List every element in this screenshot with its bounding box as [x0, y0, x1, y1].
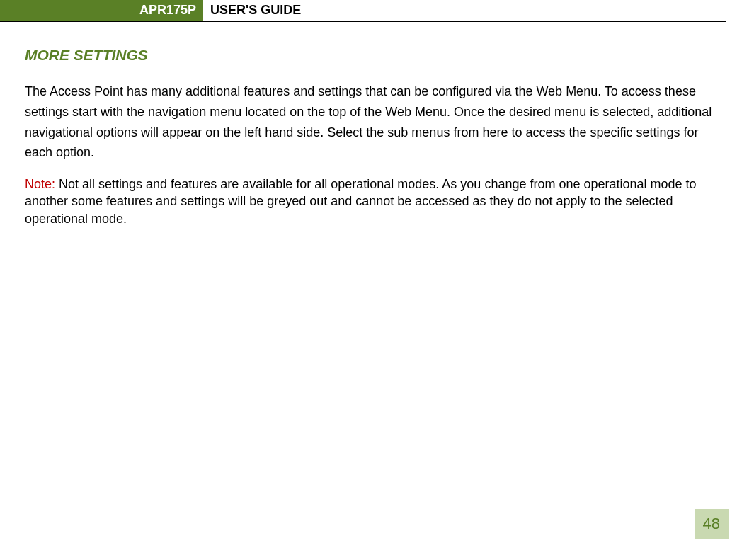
note-label: Note: — [25, 177, 55, 191]
product-model: APR175P — [0, 0, 203, 21]
note-text: Not all settings and features are availa… — [25, 177, 697, 226]
note-paragraph: Note: Not all settings and features are … — [25, 176, 712, 227]
section-heading: MORE SETTINGS — [25, 47, 712, 64]
document-title: USER'S GUIDE — [203, 0, 726, 21]
page-number: 48 — [695, 509, 729, 539]
intro-paragraph: The Access Point has many additional fea… — [25, 81, 712, 163]
page-header: APR175P USER'S GUIDE — [0, 0, 726, 22]
page-content: MORE SETTINGS The Access Point has many … — [0, 22, 737, 227]
